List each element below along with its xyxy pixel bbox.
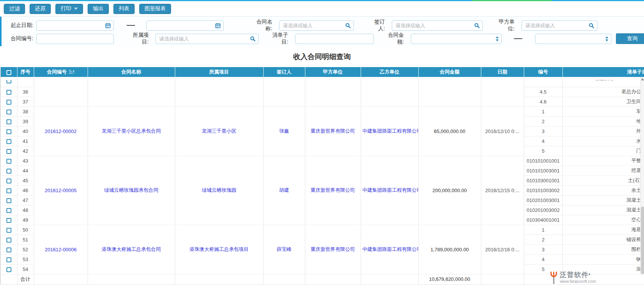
contract-name-field[interactable]: [282, 22, 344, 29]
item-number: 4.5: [540, 89, 547, 95]
amount-max-field[interactable]: [538, 36, 604, 42]
contract-name-link-cell: 龙湖三千里小区总承包合同: [88, 107, 175, 156]
party-a-field[interactable]: [525, 22, 587, 29]
date-value: 2016/12/15 0:...: [485, 188, 519, 193]
toolbar-button-1[interactable]: 过滤: [4, 4, 25, 14]
signer-link[interactable]: 胡建: [279, 187, 289, 193]
search-button[interactable]: 查询: [616, 33, 644, 44]
project-link[interactable]: 港珠澳大桥施工总承包项目: [190, 246, 249, 252]
search-icon[interactable]: [589, 23, 594, 28]
row-checkbox[interactable]: [6, 218, 11, 223]
party-a-link[interactable]: 重庆新世界有限公司: [311, 128, 355, 134]
party-a-link[interactable]: 重庆新世界有限公司: [311, 246, 355, 252]
row-checkbox[interactable]: [6, 119, 11, 124]
scrollbar-thumb[interactable]: [641, 207, 644, 274]
contract-code-link[interactable]: 201612-00002: [45, 128, 77, 134]
date-value-cell: 2016/12/15 0:...: [481, 156, 524, 225]
contract-name-link[interactable]: 港珠澳大桥施工总承包合同: [102, 246, 161, 252]
row-checkbox[interactable]: [6, 129, 11, 134]
party-a-link[interactable]: 重庆新世界有限公司: [311, 187, 355, 193]
party-a-link-cell: 重庆新世界有限公司: [305, 156, 361, 225]
row-checkbox[interactable]: [6, 179, 11, 183]
project-link[interactable]: 绿城云栖玫瑰园: [202, 187, 236, 193]
row-number-cell: 47: [17, 195, 34, 205]
row-checkbox[interactable]: [6, 198, 11, 203]
vertical-scrollbar[interactable]: [640, 77, 644, 275]
toolbar-button-6[interactable]: 图形报表: [139, 4, 171, 14]
contract-code-link[interactable]: 201612-00006: [45, 247, 77, 252]
row-number: 53: [23, 257, 28, 262]
row-checkbox-cell: [0, 126, 17, 136]
search-icon[interactable]: [345, 23, 351, 28]
project-field[interactable]: [159, 36, 248, 42]
signer-input[interactable]: [392, 20, 483, 31]
list-item-field[interactable]: [298, 36, 371, 42]
stepper-up-icon[interactable]: [605, 36, 608, 38]
amount-max-input[interactable]: [535, 34, 611, 44]
party-b-link[interactable]: 中建集团路面工程有限公司: [363, 187, 419, 193]
project-input[interactable]: [156, 34, 259, 44]
column-header-label: 编号: [538, 69, 548, 75]
contract-name-link[interactable]: 绿城云栖玫瑰园承包合同: [104, 187, 159, 193]
signer-field[interactable]: [395, 22, 473, 29]
search-icon[interactable]: [250, 36, 256, 42]
party-b-link[interactable]: 中建集团路面工程有限公司: [363, 246, 419, 252]
end-date-field[interactable]: [149, 22, 214, 29]
start-date-field[interactable]: [39, 22, 104, 29]
item-name-cell: 挖基础: [562, 166, 644, 175]
toolbar-button-3[interactable]: 打印: [55, 4, 83, 14]
signer-link[interactable]: 薛宝峰: [277, 246, 292, 252]
project-link-cell: 绿城云栖玫瑰园: [175, 156, 263, 225]
start-date-input[interactable]: [36, 20, 114, 31]
row-checkbox[interactable]: [6, 188, 11, 193]
calendar-icon[interactable]: [105, 23, 111, 28]
search-icon[interactable]: [474, 23, 480, 28]
contract-no-input[interactable]: [36, 34, 114, 44]
stepper-up-icon[interactable]: [496, 36, 499, 38]
calendar-icon[interactable]: [215, 23, 221, 28]
row-checkbox[interactable]: [6, 257, 11, 262]
column-header-amount: 合同金额: [418, 67, 481, 77]
party-a-input[interactable]: [521, 20, 597, 31]
amount-min-input[interactable]: [411, 34, 502, 44]
project-link[interactable]: 龙湖三千里小区: [202, 128, 236, 134]
contract-name-link[interactable]: 龙湖三千里小区总承包合同: [102, 128, 161, 134]
toolbar-button-5[interactable]: 列表: [113, 4, 135, 14]
row-checkbox-cell: [0, 235, 17, 244]
end-date-input[interactable]: [146, 20, 224, 31]
contract-name-input[interactable]: [279, 20, 354, 31]
contract-no-field[interactable]: [39, 36, 111, 42]
amount-min-field[interactable]: [414, 36, 494, 42]
row-checkbox[interactable]: [6, 100, 11, 105]
row-checkbox[interactable]: [6, 80, 11, 83]
amount-value: 200,000,000.00: [432, 188, 467, 193]
toolbar-button-2[interactable]: 还原: [30, 4, 51, 14]
number-stepper[interactable]: [605, 36, 608, 41]
row-checkbox[interactable]: [6, 110, 11, 114]
row-checkbox[interactable]: [6, 238, 11, 243]
row-checkbox-cell: [0, 87, 17, 97]
row-checkbox[interactable]: [6, 90, 11, 95]
scroll-up-icon[interactable]: [641, 78, 644, 80]
stepper-down-icon[interactable]: [605, 39, 608, 41]
party-b-link-cell: 中建集团路面工程有限公司: [361, 225, 418, 274]
toolbar-button-4[interactable]: 输出: [88, 4, 109, 14]
party-b-link[interactable]: 中建集团路面工程有限公司: [363, 128, 419, 134]
row-checkbox[interactable]: [6, 139, 11, 144]
party-b-link-cell: [361, 77, 418, 107]
select-all-checkbox[interactable]: [6, 70, 11, 75]
row-checkbox[interactable]: [6, 149, 11, 154]
toolbar-button-label: 打印: [61, 5, 71, 12]
row-checkbox[interactable]: [6, 267, 11, 272]
row-checkbox[interactable]: [6, 208, 11, 213]
row-checkbox[interactable]: [6, 159, 11, 164]
row-checkbox[interactable]: [6, 247, 11, 252]
number-stepper[interactable]: [496, 36, 499, 41]
stepper-down-icon[interactable]: [496, 39, 499, 41]
list-item-input[interactable]: [295, 34, 374, 44]
row-checkbox[interactable]: [6, 169, 11, 174]
row-checkbox[interactable]: [6, 228, 11, 233]
contract-code-link[interactable]: 201612-00005: [45, 188, 77, 193]
signer-link[interactable]: 张鑫: [279, 128, 289, 134]
column-header-code[interactable]: 合同编号: [34, 67, 88, 77]
